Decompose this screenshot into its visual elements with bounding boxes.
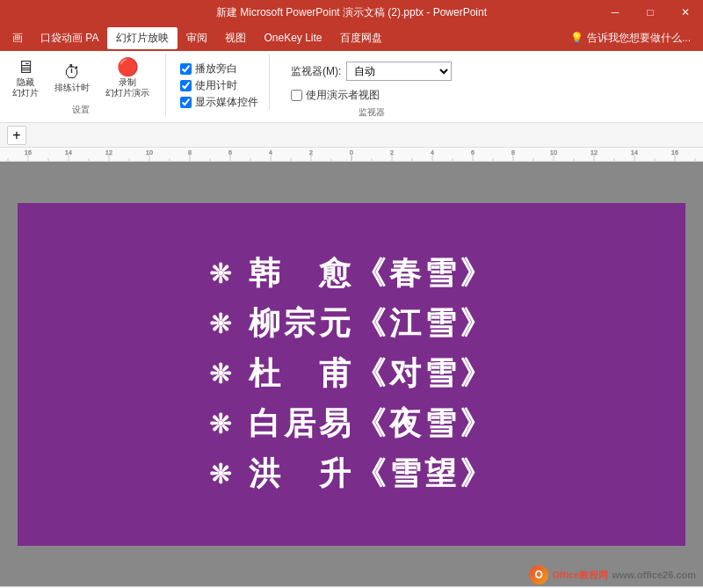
star-icon-2: ❊: [209, 309, 235, 339]
menu-item-slideshow[interactable]: 幻灯片放映: [107, 27, 178, 49]
timing-checkbox[interactable]: [180, 80, 192, 91]
monitor-group-label: 监视器: [291, 103, 452, 119]
hide-slide-button[interactable]: 🖥 隐藏幻灯片: [7, 54, 44, 100]
star-icon-3: ❊: [209, 359, 235, 389]
title-bar: 新建 Microsoft PowerPoint 演示文稿 (2).pptx - …: [0, 0, 703, 25]
menu-item-baidu[interactable]: 百度网盘: [331, 27, 391, 49]
menu-item-onekey[interactable]: OneKey Lite: [255, 28, 330, 47]
ribbon-group-settings: 🖥 隐藏幻灯片 ⏱ 排练计时 🔴 录制幻灯片演示 设置: [7, 54, 166, 116]
record-label: 录制幻灯片演示: [105, 77, 149, 98]
star-icon-1: ❊: [209, 258, 235, 289]
slide-text-4: 白居易《夜雪》: [249, 403, 495, 446]
main-area: ❊ 韩 愈《春雪》 ❊ 柳宗元《江雪》 ❊ 杜 甫《对雪》 ❊ 白居易《夜雪》 …: [0, 162, 703, 586]
ruler-canvas: // Draw ruler marks via inline script 0 …: [0, 148, 703, 161]
slide-text-1: 韩 愈《春雪》: [249, 252, 495, 295]
presenter-view-checkbox[interactable]: [291, 90, 302, 101]
ribbon-monitor-controls: 监视器(M): 自动 使用演示者视图: [291, 54, 452, 103]
checkbox-media[interactable]: 显示媒体控件: [180, 95, 258, 110]
svg-text:14: 14: [631, 149, 638, 156]
narration-checkbox[interactable]: [180, 63, 192, 75]
star-icon-4: ❊: [209, 409, 235, 439]
svg-text:2: 2: [390, 149, 394, 156]
svg-text:16: 16: [671, 149, 678, 156]
ribbon-group-checkboxes: 播放旁白 使用计时 显示媒体控件: [180, 54, 270, 110]
menu-help: 💡 告诉我您想要做什么...: [562, 27, 699, 49]
svg-text:8: 8: [511, 149, 515, 156]
office-logo-text: Office教程网: [552, 569, 608, 582]
menu-bar: 画 口袋动画 PA 幻灯片放映 审阅 视图 OneKey Lite 百度网盘 💡…: [0, 25, 703, 51]
svg-text:4: 4: [431, 149, 434, 156]
ribbon-group-monitor: 监视器(M): 自动 使用演示者视图 监视器: [284, 54, 462, 119]
svg-text:8: 8: [188, 149, 192, 156]
narration-label: 播放旁白: [195, 62, 237, 76]
svg-text:6: 6: [228, 149, 232, 156]
media-label: 显示媒体控件: [195, 95, 258, 110]
hide-slide-label: 隐藏幻灯片: [12, 77, 39, 98]
ribbon-settings-row: 🖥 隐藏幻灯片 ⏱ 排练计时 🔴 录制幻灯片演示: [7, 54, 155, 100]
star-icon-5: ❊: [209, 459, 235, 490]
slide-line-5: ❊ 洪 升《雪望》: [35, 453, 668, 496]
window-controls: ─ □ ✕: [598, 0, 703, 25]
add-slide-button[interactable]: +: [7, 126, 26, 145]
hide-slide-icon: 🖥: [17, 56, 34, 77]
slide-line-4: ❊ 白居易《夜雪》: [35, 403, 668, 446]
slide-line-2: ❊ 柳宗元《江雪》: [35, 302, 668, 345]
svg-text:10: 10: [550, 149, 557, 156]
settings-group-label: 设置: [7, 100, 155, 116]
close-button[interactable]: ✕: [668, 0, 703, 25]
monitor-row: 监视器(M): 自动: [291, 62, 452, 81]
slide-text-3: 杜 甫《对雪》: [249, 352, 495, 396]
svg-text:0: 0: [350, 149, 353, 156]
svg-text:14: 14: [65, 149, 72, 156]
svg-text:10: 10: [146, 149, 153, 156]
checkbox-narration[interactable]: 播放旁白: [180, 62, 258, 76]
ribbon: 🖥 隐藏幻灯片 ⏱ 排练计时 🔴 录制幻灯片演示 设置 播放旁白: [0, 51, 703, 123]
menu-item-draw[interactable]: 画: [4, 27, 32, 49]
timing-label: 使用计时: [195, 78, 237, 93]
help-icon: 💡: [570, 32, 583, 44]
rehearse-timing-icon: ⏱: [63, 62, 81, 83]
svg-text:6: 6: [471, 149, 475, 156]
slide-text-5: 洪 升《雪望》: [249, 453, 495, 496]
presenter-view-label: 使用演示者视图: [306, 88, 380, 103]
monitor-select[interactable]: 自动: [346, 62, 452, 81]
slide-text-2: 柳宗元《江雪》: [249, 302, 495, 345]
maximize-button[interactable]: □: [633, 0, 668, 25]
svg-text:2: 2: [309, 149, 313, 156]
checkbox-presenter-view[interactable]: 使用演示者视图: [291, 88, 452, 103]
slide-topbar: +: [0, 123, 703, 148]
menu-item-pocketanim[interactable]: 口袋动画 PA: [32, 27, 107, 49]
media-checkbox[interactable]: [180, 97, 192, 108]
slide-line-1: ❊ 韩 愈《春雪》: [35, 252, 668, 295]
ribbon-settings-controls: 🖥 隐藏幻灯片 ⏱ 排练计时 🔴 录制幻灯片演示: [7, 54, 155, 100]
menu-item-view[interactable]: 视图: [216, 27, 255, 49]
svg-text:4: 4: [269, 149, 272, 156]
rehearse-timing-label: 排练计时: [54, 83, 90, 93]
help-text: 告诉我您想要做什么...: [587, 31, 691, 46]
ribbon-checkbox-controls: 播放旁白 使用计时 显示媒体控件: [180, 54, 258, 110]
record-button[interactable]: 🔴 录制幻灯片演示: [100, 54, 155, 100]
ruler: // Draw ruler marks via inline script 0 …: [0, 148, 703, 162]
ruler-svg: // Draw ruler marks via inline script 0 …: [0, 148, 703, 161]
office-logo[interactable]: O Office教程网 www.office26.com: [529, 565, 696, 584]
slide[interactable]: ❊ 韩 愈《春雪》 ❊ 柳宗元《江雪》 ❊ 杜 甫《对雪》 ❊ 白居易《夜雪》 …: [18, 203, 685, 546]
office-logo-icon: O: [529, 565, 548, 584]
minimize-button[interactable]: ─: [598, 0, 633, 25]
checkbox-timing[interactable]: 使用计时: [180, 78, 258, 93]
window-title: 新建 Microsoft PowerPoint 演示文稿 (2).pptx - …: [216, 5, 487, 20]
record-icon: 🔴: [117, 56, 139, 77]
monitor-label-text: 监视器(M):: [291, 64, 341, 79]
svg-text:12: 12: [591, 149, 598, 156]
rehearse-timing-button[interactable]: ⏱ 排练计时: [49, 60, 95, 95]
slide-line-3: ❊ 杜 甫《对雪》: [35, 352, 668, 396]
office-url: www.office26.com: [612, 570, 696, 580]
svg-text:16: 16: [25, 149, 32, 156]
menu-item-review[interactable]: 审阅: [178, 27, 216, 49]
svg-text:12: 12: [105, 149, 112, 156]
